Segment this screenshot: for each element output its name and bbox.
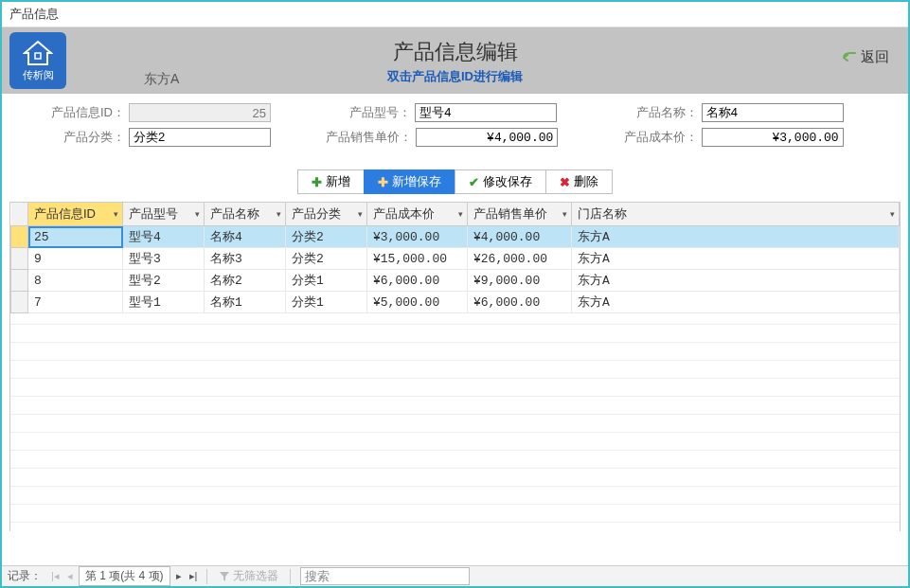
table-cell[interactable]: 9: [28, 248, 123, 270]
sort-arrow-icon: ▾: [114, 209, 118, 219]
row-header: [11, 270, 28, 292]
delete-label: 删除: [574, 173, 598, 190]
window-title: 产品信息: [2, 2, 908, 27]
col-model[interactable]: 产品型号▾: [123, 203, 205, 226]
table-cell[interactable]: 分类1: [286, 292, 367, 313]
funnel-icon: [219, 571, 230, 582]
store-name-label: 东方A: [144, 71, 179, 88]
col-id[interactable]: 产品信息ID▾: [28, 203, 123, 226]
nav-last-button[interactable]: ▸|: [186, 570, 202, 582]
page-title: 产品信息编辑: [2, 38, 908, 66]
table-cell[interactable]: ¥3,000.00: [367, 226, 468, 248]
table-cell[interactable]: 东方A: [572, 226, 900, 248]
model-input[interactable]: [415, 103, 557, 122]
col-category[interactable]: 产品分类▾: [286, 203, 367, 226]
record-label: 记录：: [2, 568, 47, 584]
category-label: 产品分类：: [40, 129, 125, 146]
page-indicator[interactable]: 第 1 项(共 4 项): [79, 566, 170, 586]
table-cell[interactable]: 名称3: [205, 248, 286, 270]
table-cell[interactable]: 分类2: [286, 248, 367, 270]
table-cell[interactable]: ¥15,000.00: [367, 248, 468, 270]
name-label: 产品名称：: [613, 104, 698, 121]
saleprice-input[interactable]: [416, 128, 558, 147]
col-name[interactable]: 产品名称▾: [205, 203, 286, 226]
table-cell[interactable]: 型号3: [123, 248, 205, 270]
modify-save-button[interactable]: ✔ 修改保存: [455, 169, 546, 194]
check-icon: ✔: [469, 175, 479, 189]
svg-rect-0: [35, 53, 41, 59]
delete-button[interactable]: ✖ 删除: [545, 169, 613, 194]
add-save-label: 新增保存: [392, 173, 441, 190]
table-cell[interactable]: 分类2: [286, 226, 367, 248]
name-input[interactable]: [702, 103, 844, 122]
table-cell[interactable]: 7: [28, 292, 123, 313]
table-cell[interactable]: 东方A: [572, 270, 900, 292]
table-cell[interactable]: 25: [28, 226, 123, 248]
row-header: [11, 248, 28, 270]
table-cell[interactable]: 名称2: [205, 270, 286, 292]
back-label: 返回: [861, 48, 889, 66]
search-input[interactable]: [300, 567, 470, 585]
logo-text: 传析阅: [23, 68, 54, 82]
table-cell[interactable]: 名称1: [205, 292, 286, 313]
table-cell[interactable]: 名称4: [205, 226, 286, 248]
table-cell[interactable]: 分类1: [286, 270, 367, 292]
house-icon: [23, 40, 53, 66]
table-cell[interactable]: ¥4,000.00: [468, 226, 572, 248]
table-cell[interactable]: ¥26,000.00: [468, 248, 572, 270]
table-cell[interactable]: ¥9,000.00: [468, 270, 572, 292]
table-row[interactable]: 9型号3名称3分类2¥15,000.00¥26,000.00东方A: [11, 248, 900, 270]
add-button[interactable]: ✚ 新增: [297, 169, 365, 194]
id-label: 产品信息ID：: [40, 104, 125, 121]
row-header: [11, 226, 28, 248]
header-bar: 传析阅 东方A 产品信息编辑 双击产品信息ID进行编辑 返回: [2, 27, 908, 94]
back-button[interactable]: 返回: [842, 48, 889, 66]
table-cell[interactable]: 8: [28, 270, 123, 292]
add-label: 新增: [326, 173, 350, 190]
toolbar: ✚ 新增 ✚ 新增保存 ✔ 修改保存 ✖ 删除: [2, 169, 908, 194]
form-area: 产品信息ID： 产品型号： 产品名称： 产品分类： 产品销售单价： 产品成本价：: [2, 94, 908, 158]
delete-icon: ✖: [560, 175, 570, 189]
col-store[interactable]: 门店名称▾: [572, 203, 900, 226]
app-logo: 传析阅: [9, 32, 66, 89]
nav-next-button[interactable]: ▸: [172, 570, 186, 582]
row-header: [11, 292, 28, 313]
page-subtitle: 双击产品信息ID进行编辑: [2, 68, 908, 85]
table-cell[interactable]: 型号1: [123, 292, 205, 313]
table-cell[interactable]: 东方A: [572, 292, 900, 313]
add-save-button[interactable]: ✚ 新增保存: [364, 169, 455, 194]
table-row[interactable]: 8型号2名称2分类1¥6,000.00¥9,000.00东方A: [11, 270, 900, 292]
id-input: [129, 103, 271, 122]
model-label: 产品型号：: [326, 104, 411, 121]
table-cell[interactable]: 型号4: [123, 226, 205, 248]
costprice-input[interactable]: [702, 128, 844, 147]
table-cell[interactable]: ¥6,000.00: [367, 270, 468, 292]
grid-empty-area: [10, 307, 900, 531]
modify-save-label: 修改保存: [483, 173, 532, 190]
data-grid[interactable]: 产品信息ID▾ 产品型号▾ 产品名称▾ 产品分类▾ 产品成本价▾ 产品销售单价▾…: [9, 202, 901, 531]
status-bar: 记录： |◂ ◂ 第 1 项(共 4 项) ▸ ▸| 无筛选器: [2, 565, 908, 586]
table-cell[interactable]: ¥5,000.00: [367, 292, 468, 313]
table-cell[interactable]: 型号2: [123, 270, 205, 292]
save-icon: ✚: [378, 175, 388, 189]
saleprice-label: 产品销售单价：: [326, 129, 412, 146]
table-cell[interactable]: ¥6,000.00: [468, 292, 572, 313]
nav-prev-button[interactable]: ◂: [63, 570, 77, 582]
filter-indicator[interactable]: 无筛选器: [213, 568, 284, 584]
costprice-label: 产品成本价：: [613, 129, 698, 146]
category-input[interactable]: [129, 128, 271, 147]
nav-first-button[interactable]: |◂: [47, 570, 63, 582]
table-row[interactable]: 25型号4名称4分类2¥3,000.00¥4,000.00东方A: [11, 226, 900, 248]
col-sale[interactable]: 产品销售单价▾: [468, 203, 572, 226]
back-arrow-icon: [842, 51, 859, 64]
plus-icon: ✚: [312, 175, 322, 189]
table-cell[interactable]: 东方A: [572, 248, 900, 270]
col-cost[interactable]: 产品成本价▾: [367, 203, 468, 226]
table-row[interactable]: 7型号1名称1分类1¥5,000.00¥6,000.00东方A: [11, 292, 900, 313]
row-header-corner: [11, 203, 28, 226]
